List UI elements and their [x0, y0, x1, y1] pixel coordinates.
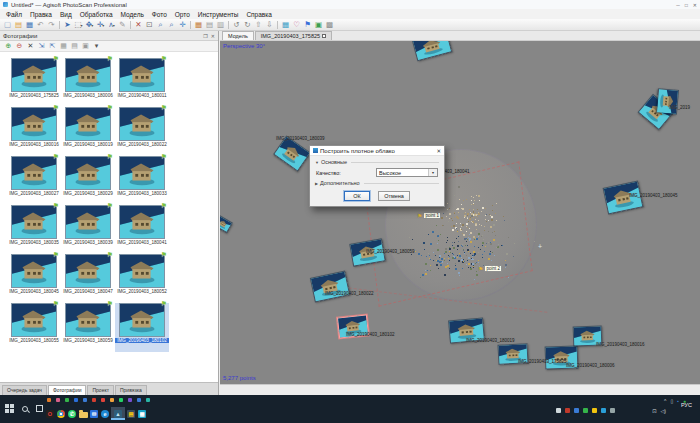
rectangle-selection-icon[interactable]: ⬚▾: [73, 19, 84, 31]
menu-item-4[interactable]: Модель: [117, 11, 148, 18]
tray-display-icon[interactable]: [556, 408, 561, 413]
menu-item-6[interactable]: Орто: [171, 11, 194, 18]
photo-thumbnail[interactable]: ⚑IMG_20190403_180029: [61, 156, 115, 205]
dock-tab-3[interactable]: Привязка: [115, 385, 147, 395]
menu-item-5[interactable]: Фото: [148, 11, 171, 18]
rotate-right-icon[interactable]: ↻: [242, 19, 253, 30]
export-icon[interactable]: ▣: [313, 19, 324, 30]
minimize-icon[interactable]: ─: [676, 2, 680, 8]
taskbar-chrome-icon[interactable]: [56, 407, 66, 420]
menu-item-7[interactable]: Инструменты: [194, 11, 243, 18]
photo-thumbnail[interactable]: ⚑IMG_20190403_180102: [115, 303, 169, 352]
pinned-dot-icon-11[interactable]: [146, 398, 150, 402]
export-masks-icon[interactable]: ⇱: [47, 42, 58, 50]
maximize-icon[interactable]: □: [685, 2, 688, 8]
dock-tab-1[interactable]: Фотографии: [48, 385, 87, 395]
taskbar-whatsapp-icon[interactable]: ✆: [67, 407, 77, 420]
redo-icon[interactable]: ↷: [46, 19, 57, 30]
taskbar-photoscan-icon[interactable]: ▲: [111, 407, 125, 420]
dialog-close-icon[interactable]: ✕: [436, 148, 441, 154]
photo-thumbnail[interactable]: ⚑IMG_20190403_180027: [7, 156, 61, 205]
remove-photos-icon[interactable]: ⊖: [14, 42, 25, 50]
fit-view-icon[interactable]: ✛: [177, 19, 188, 30]
camera-plane[interactable]: [310, 271, 350, 303]
photo-thumbnail[interactable]: ⚑IMG_20190403_180006: [61, 58, 115, 107]
pinned-dot-icon-3[interactable]: [74, 398, 78, 402]
photo-thumbnail[interactable]: ⚑IMG_20190403_180052: [115, 254, 169, 303]
large-view-icon[interactable]: ▣: [80, 42, 91, 50]
photo-thumbnail[interactable]: ⚑IMG_20190403_180047: [61, 254, 115, 303]
resize-region-icon[interactable]: ⊡: [144, 19, 155, 30]
view-dropdown-icon[interactable]: ▾: [91, 42, 102, 50]
display-icon[interactable]: ⊡: [652, 408, 656, 414]
pinned-dot-icon-2[interactable]: [65, 398, 69, 402]
photo-thumbnail[interactable]: ⚑IMG_20190403_180016: [7, 107, 61, 156]
menu-item-3[interactable]: Обработка: [76, 11, 117, 18]
pinned-dot-icon-8[interactable]: [119, 398, 123, 402]
thumbnail-view-icon[interactable]: ▦: [58, 42, 69, 50]
photo-thumbnail[interactable]: ⚑IMG_20190403_180011: [115, 58, 169, 107]
close-icon[interactable]: ✕: [693, 2, 697, 8]
start-button[interactable]: [5, 404, 14, 413]
rotate-left-icon[interactable]: ↺: [231, 19, 242, 30]
rotate-down-icon[interactable]: ⇩: [264, 19, 275, 30]
camera-plane[interactable]: [220, 215, 233, 233]
onedrive-cloud-icon[interactable]: ▪: [677, 398, 679, 404]
quality-select[interactable]: Высокое ▾: [376, 168, 438, 177]
photo-thumbnail[interactable]: ⚑IMG_20190403_180041: [115, 205, 169, 254]
taskbar-edge-icon[interactable]: e: [100, 407, 110, 420]
menu-item-0[interactable]: Файл: [2, 11, 26, 18]
close-panel-icon[interactable]: ✕: [211, 33, 215, 39]
tray-folder-icon[interactable]: [592, 408, 597, 413]
show-trackball-icon[interactable]: ▥: [215, 19, 226, 30]
taskbar-explorer-icon[interactable]: [78, 407, 88, 420]
advanced-section-header[interactable]: ▶ Дополнительно: [315, 180, 439, 186]
photo-thumbnail[interactable]: ⚑IMG_20190403_180039: [61, 205, 115, 254]
move-region-icon[interactable]: ✛▾: [95, 19, 106, 31]
dialog-titlebar[interactable]: Построить плотное облако ✕: [310, 146, 444, 156]
photo-thumbnail[interactable]: ⚑IMG_20190403_180055: [7, 303, 61, 352]
tray-green-icon[interactable]: [583, 408, 588, 413]
basic-section-header[interactable]: ▼ Основные: [315, 159, 439, 165]
edit-pencil-icon[interactable]: ✎: [117, 19, 128, 30]
photo-thumbnail[interactable]: ⚑IMG_20190403_180033: [115, 156, 169, 205]
pinned-dot-icon-7[interactable]: [110, 398, 114, 402]
marker-2[interactable]: ⚑point 2: [478, 265, 502, 272]
camera-plane[interactable]: [412, 41, 452, 61]
tab-close-icon[interactable]: [322, 34, 326, 38]
photo-thumbnail[interactable]: ⚑IMG_20190403_180019: [61, 107, 115, 156]
float-panel-icon[interactable]: ❐: [203, 33, 207, 39]
taskbar-store-icon[interactable]: ▦: [137, 407, 147, 420]
photo-thumbnail[interactable]: ⚑IMG_20190403_180022: [115, 107, 169, 156]
settings-icon[interactable]: ▩: [324, 19, 335, 30]
undo-icon[interactable]: ↶: [35, 19, 46, 30]
pinned-dot-icon-5[interactable]: [92, 398, 96, 402]
pinned-dot-icon-1[interactable]: [56, 398, 60, 402]
search-icon[interactable]: [22, 406, 28, 412]
volume-icon[interactable]: ◁): [660, 408, 666, 414]
show-cameras-icon[interactable]: ▦: [280, 19, 291, 30]
pinned-dot-icon-9[interactable]: [128, 398, 132, 402]
tray-gray-icon[interactable]: [610, 408, 615, 413]
menu-item-8[interactable]: Справка: [242, 11, 276, 18]
photo-thumbnail[interactable]: ⚑IMG_20190403_175825: [7, 58, 61, 107]
show-markers-icon[interactable]: ⚑: [302, 19, 313, 30]
delete-icon[interactable]: ✕: [133, 19, 144, 30]
navigation-cursor-icon[interactable]: ➤: [62, 19, 73, 30]
cancel-button[interactable]: Отмена: [378, 191, 410, 201]
ok-button[interactable]: ОК: [344, 191, 370, 201]
tray-security-icon[interactable]: [565, 408, 570, 413]
task-view-icon[interactable]: [36, 405, 43, 412]
photo-thumbnail-grid[interactable]: ⚑IMG_20190403_175825⚑IMG_20190403_180006…: [0, 52, 218, 382]
menu-item-1[interactable]: Правка: [26, 11, 56, 18]
polyline-selection-icon[interactable]: ∧▾: [106, 19, 117, 31]
show-grid-icon[interactable]: ▤: [204, 19, 215, 30]
camera-plane[interactable]: [656, 88, 679, 115]
tray-blue-icon[interactable]: [601, 408, 606, 413]
rotate-up-icon[interactable]: ⇧: [253, 19, 264, 30]
dock-tab-0[interactable]: Очередь задач: [2, 385, 47, 395]
battery-icon[interactable]: ▯: [670, 398, 673, 404]
taskbar-documents-icon[interactable]: ▤: [126, 407, 136, 420]
save-project-icon[interactable]: ▦: [24, 19, 35, 30]
show-region-icon[interactable]: ▦: [193, 19, 204, 30]
